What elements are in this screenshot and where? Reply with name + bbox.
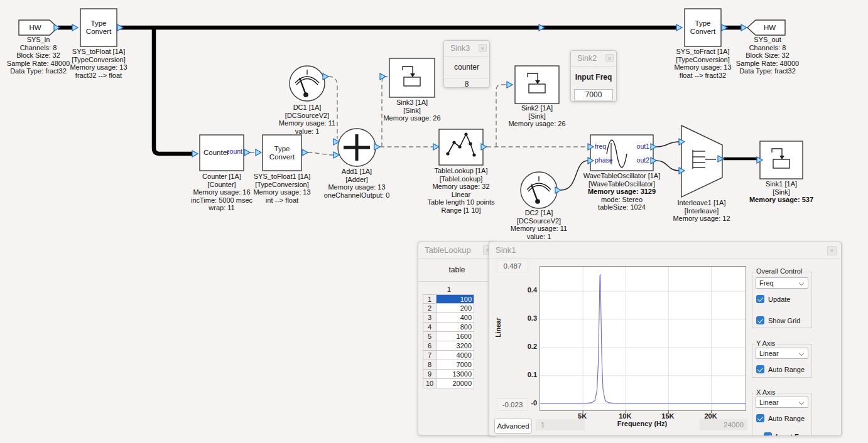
block-labels: Add1 [1A][Adder]Memory usage: 13oneChann… bbox=[324, 168, 390, 199]
table-row[interactable]: 74000 bbox=[423, 351, 475, 360]
block-label-line: Linear bbox=[427, 191, 494, 199]
block-label-line: Counter [1A] bbox=[191, 173, 252, 181]
x-axis-group: X Axis Linear Auto Range Input Freq bbox=[752, 393, 812, 436]
table-row[interactable]: 1020000 bbox=[423, 379, 475, 388]
table-row[interactable]: 4800 bbox=[423, 323, 475, 332]
sink-block[interactable] bbox=[515, 66, 559, 104]
table-value-cell[interactable]: 200 bbox=[437, 304, 474, 313]
table-value-cell[interactable]: 13000 bbox=[437, 370, 474, 379]
x-max-field[interactable]: 24000 bbox=[700, 419, 747, 430]
sink-block[interactable] bbox=[389, 58, 435, 97]
wire-wto-il2 bbox=[656, 161, 679, 171]
table-header: table bbox=[418, 259, 496, 282]
port-icon[interactable] bbox=[117, 24, 123, 31]
port-icon[interactable] bbox=[256, 149, 261, 156]
port-icon[interactable] bbox=[374, 144, 380, 150]
table-row[interactable]: 1100 bbox=[423, 294, 475, 304]
block-label-line: Block Size: 32 bbox=[736, 51, 799, 60]
frequency-plot[interactable] bbox=[540, 266, 746, 411]
x-min-field[interactable]: 1 bbox=[536, 419, 585, 430]
port-icon[interactable] bbox=[507, 82, 513, 88]
port-icon[interactable] bbox=[244, 149, 250, 156]
block-label-line: Data Type: fract32 bbox=[7, 67, 70, 75]
checkbox-checked-icon[interactable] bbox=[756, 295, 764, 303]
port-icon[interactable] bbox=[555, 187, 561, 193]
block-label-line: Memory usage: 13 bbox=[674, 63, 731, 72]
table-row[interactable]: 87000 bbox=[423, 360, 475, 370]
port-icon[interactable] bbox=[54, 24, 60, 31]
block-diagram-canvas[interactable]: HW HW Type Convert Type Convert Type Con… bbox=[0, 0, 868, 443]
block-label-line: Memory usage: 32 bbox=[427, 183, 494, 191]
block-label-line: [TypeConversion] bbox=[674, 56, 731, 64]
sink3-inspector-panel[interactable]: Sink3 × counter 8 bbox=[443, 40, 490, 88]
table-row[interactable]: 913000 bbox=[423, 370, 475, 379]
table-value-cell[interactable]: 3200 bbox=[437, 341, 474, 351]
sink-block[interactable] bbox=[760, 141, 803, 179]
checkbox-checked-icon[interactable] bbox=[756, 414, 764, 422]
table-row[interactable]: 3400 bbox=[423, 313, 475, 323]
overall-control-dropdown[interactable]: Freq bbox=[756, 277, 808, 289]
sink3-value: 8 bbox=[444, 78, 489, 89]
port-icon[interactable] bbox=[481, 144, 487, 150]
sink2-inspector-panel[interactable]: Sink2 × Input Freq 7000 bbox=[570, 50, 617, 102]
x-auto-range-checkbox-row[interactable]: Auto Range bbox=[756, 414, 805, 422]
lookup-table[interactable]: 1 11002200340048005160063200740008700091… bbox=[423, 284, 475, 388]
panel-title: Sink1 bbox=[489, 242, 841, 259]
y-auto-range-checkbox-row[interactable]: Auto Range bbox=[756, 365, 805, 373]
show-grid-checkbox-row[interactable]: Show Grid bbox=[756, 316, 800, 324]
port-icon[interactable] bbox=[722, 24, 727, 31]
checkbox-checked-icon[interactable] bbox=[764, 432, 772, 436]
block-label-line: float --> fract32 bbox=[674, 72, 731, 80]
table-value-cell[interactable]: 7000 bbox=[437, 360, 474, 370]
y-tick-label: 0.3 bbox=[514, 314, 537, 322]
x-axis-dropdown[interactable]: Linear bbox=[756, 397, 808, 408]
advanced-button[interactable]: Advanced bbox=[494, 419, 532, 434]
table-row[interactable]: 63200 bbox=[423, 341, 475, 351]
checkbox-checked-icon[interactable] bbox=[756, 365, 764, 373]
table-value-cell[interactable]: 1600 bbox=[437, 332, 474, 341]
port-icon[interactable] bbox=[741, 24, 747, 31]
table-row[interactable]: 51600 bbox=[423, 332, 475, 341]
port-icon[interactable] bbox=[539, 24, 545, 31]
port-icon[interactable] bbox=[676, 24, 682, 31]
overall-control-group: Overall Control Freq Update Show Grid bbox=[752, 272, 812, 328]
table-value-cell[interactable]: 4000 bbox=[437, 351, 474, 360]
close-icon[interactable]: × bbox=[605, 54, 614, 62]
table-value-cell[interactable]: 400 bbox=[437, 313, 474, 323]
port-icon[interactable] bbox=[192, 151, 198, 157]
row-number-cell: 5 bbox=[423, 332, 437, 341]
row-number-cell: 7 bbox=[423, 351, 437, 360]
table-row[interactable]: 2200 bbox=[423, 304, 475, 313]
interleave-block[interactable] bbox=[681, 125, 722, 197]
x-tick-label: 15K bbox=[661, 412, 674, 420]
block-label-line: Memory usage: 26 bbox=[383, 114, 440, 122]
group-label: X Axis bbox=[754, 388, 778, 396]
type-convert-title: Type Convert bbox=[685, 9, 721, 46]
port-icon[interactable] bbox=[302, 149, 308, 156]
tablelookup-inspector-panel[interactable]: TableLookup × table 1 110022003400480051… bbox=[418, 242, 496, 435]
sink2-value[interactable]: 7000 bbox=[574, 89, 613, 100]
input-freq-checkbox-row[interactable]: Input Freq bbox=[764, 432, 810, 436]
block-label-line: Memory usage: 13 bbox=[324, 183, 390, 191]
table-value-cell[interactable]: 100 bbox=[437, 294, 474, 304]
table-column-header: 1 bbox=[423, 284, 475, 294]
y-axis-group: Y Axis Linear Auto Range bbox=[752, 344, 812, 378]
block-label-line: SYS_out bbox=[736, 36, 799, 44]
block-label-line: Memory usage: 26 bbox=[508, 120, 565, 128]
y-axis-dropdown[interactable]: Linear bbox=[756, 348, 808, 359]
port-icon[interactable] bbox=[433, 144, 439, 150]
block-label-line: [DCSourceV2] bbox=[511, 217, 567, 225]
port-icon[interactable] bbox=[72, 24, 78, 31]
checkbox-checked-icon[interactable] bbox=[756, 316, 764, 324]
port-icon[interactable] bbox=[323, 73, 328, 80]
wavetable-oscillator-block[interactable] bbox=[590, 135, 653, 171]
table-value-cell[interactable]: 800 bbox=[437, 323, 474, 332]
block-label-line: Memory usage: 13 bbox=[70, 63, 127, 72]
row-number-cell: 10 bbox=[423, 379, 437, 388]
table-value-cell[interactable]: 20000 bbox=[437, 379, 474, 388]
close-icon[interactable]: × bbox=[827, 246, 837, 255]
close-icon[interactable]: × bbox=[479, 44, 487, 52]
update-checkbox-row[interactable]: Update bbox=[756, 295, 790, 303]
sink1-inspector-panel[interactable]: Sink1 × 0.487 -0.023 Linear 0.40.30.20.1… bbox=[489, 242, 842, 436]
wto-out2-port-label: out2 bbox=[624, 156, 649, 164]
